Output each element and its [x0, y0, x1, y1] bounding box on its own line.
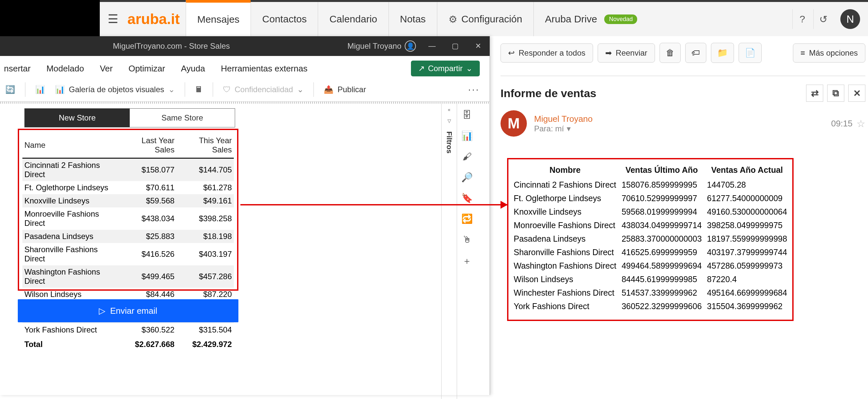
cell-name: Knoxville Lindseys	[513, 205, 620, 219]
copy-button[interactable]: 📄	[739, 43, 762, 63]
cell-name: Washington Fashions Direct	[513, 259, 620, 273]
chart-icon[interactable]: 📊	[461, 130, 473, 141]
pbi-user[interactable]: Miguel Troyano 👤	[343, 40, 421, 52]
separator	[25, 82, 25, 97]
ribbon-tab-modelado[interactable]: Modelado	[46, 64, 84, 74]
cell-this-year: $398.258	[177, 207, 234, 230]
aruba-logo[interactable]: aruba.it	[126, 2, 186, 36]
ribbon-tab-ayuda[interactable]: Ayuda	[181, 64, 205, 74]
tab-calendario[interactable]: Calendario	[318, 2, 388, 36]
table-row[interactable]: Pasadena Lindseys$25.883$18.198	[22, 230, 234, 243]
tab-mensajes[interactable]: Mensajes	[186, 0, 251, 36]
cell-last-year: $499.465	[119, 265, 177, 288]
move-button[interactable]: 📁	[711, 43, 734, 63]
collapse-icon[interactable]: «	[448, 107, 451, 112]
history-icon[interactable]: ↺	[813, 9, 833, 29]
calculator-icon[interactable]: 🖩	[195, 85, 203, 94]
tab-new-store[interactable]: New Store	[25, 109, 130, 127]
user-avatar[interactable]: N	[840, 9, 860, 29]
gear-icon: ⚙	[448, 13, 457, 25]
selection-icon[interactable]: 🖱	[462, 234, 471, 245]
cell-last-year: $158.077	[119, 158, 177, 181]
minimize-icon[interactable]: —	[421, 42, 443, 50]
table-row[interactable]: Monroeville Fashions Direct$438.034$398.…	[22, 207, 234, 230]
more-options-button[interactable]: ≡ Más opciones	[793, 43, 865, 63]
table-row[interactable]: Ft. Oglethorpe Lindseys$70.611$61.278	[22, 181, 234, 194]
separator	[313, 82, 314, 97]
col-header: Ventas Año Actual	[706, 164, 791, 178]
pbi-window-title: MiguelTroyano.com - Store Sales	[0, 41, 343, 51]
aruba-message-header: Informe de ventas ⇄ ⧉ ✕ M Miguel Troyano…	[500, 76, 865, 136]
table-row[interactable]: Cincinnati 2 Fashions Direct$158.077$144…	[22, 158, 234, 181]
forward-button[interactable]: ➡ Reenviar	[598, 43, 655, 63]
format-icon[interactable]: 🖌	[462, 151, 471, 162]
data-icon[interactable]: 🗄	[462, 110, 471, 121]
share-button[interactable]: ↗ Compartir ⌄	[411, 61, 480, 76]
cell-last-year: 514537.3399999962	[620, 286, 706, 300]
add-icon[interactable]: ＋	[462, 255, 471, 267]
tag-button[interactable]: 🏷	[685, 43, 706, 63]
cell-name: Ft. Oglethorpe Lindseys	[22, 181, 119, 194]
table-row[interactable]: Wilson Lindseys$84.446$87.220	[22, 288, 234, 301]
col-header: This Year Sales	[177, 133, 234, 158]
tab-notas[interactable]: Notas	[389, 2, 437, 36]
aruba-message-toolbar: ↩ Responder a todos ➡ Reenviar 🗑 🏷 📁 📄 ≡…	[500, 43, 865, 63]
expand-icon[interactable]: ⇄	[806, 85, 823, 102]
filters-rail[interactable]: « ▽ Filtros	[441, 104, 457, 399]
ribbon-tab-herramientas[interactable]: Herramientas externas	[221, 64, 308, 74]
ribbon-tab-insertar[interactable]: nsertar	[4, 64, 31, 74]
visual-gallery-button[interactable]: 📊 Galería de objetos visuales ⌄	[55, 85, 175, 94]
table-row[interactable]: York Fashions Direct$360.522$315.504	[22, 323, 234, 336]
chevron-down-icon: ⌄	[466, 64, 472, 73]
tab-configuracion[interactable]: ⚙ Configuración	[437, 2, 533, 36]
hamburger-icon[interactable]: ☰	[100, 2, 126, 36]
overflow-icon[interactable]: ···	[468, 84, 480, 95]
refresh-icon[interactable]: 🔄	[5, 85, 15, 94]
close-icon[interactable]: ✕	[467, 42, 490, 50]
copy-icon: 📄	[745, 48, 755, 58]
cell-name: Wilson Lindseys	[22, 288, 119, 301]
button-label: Compartir	[428, 64, 463, 73]
new-visual-icon[interactable]: 📊	[35, 85, 45, 94]
cell-this-year: 495164.66999999684	[706, 286, 791, 300]
drill-icon[interactable]: 🔎	[461, 172, 473, 183]
sync-icon[interactable]: 🔁	[461, 213, 473, 224]
cell-this-year: $18.198	[177, 230, 234, 243]
delete-button[interactable]: 🗑	[659, 43, 681, 63]
sensitivity-button[interactable]: 🛡 Confidencialidad ⌄	[223, 85, 304, 94]
send-email-button[interactable]: ▷ Enviar email	[18, 299, 239, 322]
cell-last-year: 158076.8599999995	[620, 178, 706, 192]
store-type-tabs: New Store Same Store	[24, 108, 235, 127]
cell-this-year: $403.197	[177, 243, 234, 265]
ribbon-tab-ver[interactable]: Ver	[100, 64, 113, 74]
cell-this-year: $315.504	[177, 323, 234, 336]
cell-last-year: $84.446	[119, 288, 177, 301]
maximize-icon[interactable]: ▢	[443, 42, 467, 50]
table-row: Ft. Oglethorpe Lindseys70610.52999999997…	[513, 192, 791, 205]
tab-contactos[interactable]: Contactos	[251, 2, 318, 36]
ribbon-tab-optimizar[interactable]: Optimizar	[128, 64, 165, 74]
filters-label: Filtros	[445, 131, 454, 153]
table-row[interactable]: Washington Fashions Direct$499.465$457.2…	[22, 265, 234, 288]
help-icon[interactable]: ?	[792, 9, 812, 29]
total-label: Total	[22, 336, 119, 352]
recipient-line[interactable]: Para: mí ▾	[534, 124, 593, 133]
cell-last-year: 84445.61999999985	[620, 273, 706, 286]
tab-same-store[interactable]: Same Store	[130, 109, 235, 127]
star-icon[interactable]: ☆	[857, 118, 865, 129]
pbi-titlebar: MiguelTroyano.com - Store Sales Miguel T…	[0, 36, 490, 56]
popout-icon[interactable]: ⧉	[827, 85, 844, 102]
tab-aruba-drive[interactable]: Aruba Drive Novedad	[533, 2, 648, 36]
total-last-year: $2.627.668	[119, 336, 177, 352]
table-row[interactable]: Sharonville Fashions Direct$416.526$403.…	[22, 243, 234, 265]
close-icon[interactable]: ✕	[848, 85, 865, 102]
cell-name: Pasadena Lindseys	[22, 230, 119, 243]
cell-last-year: 438034.04999999714	[620, 219, 706, 232]
reply-all-button[interactable]: ↩ Responder a todos	[500, 43, 593, 63]
cell-last-year: $416.526	[119, 243, 177, 265]
publish-button[interactable]: 📤 Publicar	[324, 85, 366, 94]
reply-all-icon: ↩	[508, 49, 515, 58]
table-row[interactable]: Knoxville Lindseys$59.568$49.161	[22, 194, 234, 207]
bookmark-icon[interactable]: 🔖	[461, 192, 473, 204]
cell-name: York Fashions Direct	[22, 323, 119, 336]
